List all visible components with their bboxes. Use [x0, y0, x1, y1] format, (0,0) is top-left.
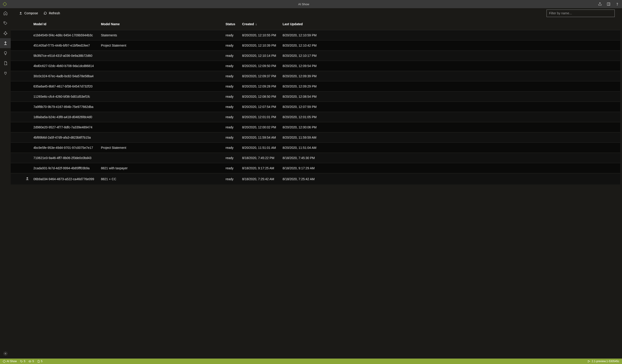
help-icon[interactable] [615, 2, 619, 6]
table-row[interactable]: 7a9f8b70-9b79-4167-894b-75e977662dbaread… [11, 102, 620, 112]
table-row[interactable]: 30c0c324-67ec-4adb-bc82-54a578e58ba4read… [11, 71, 620, 81]
row-icon-cell [11, 112, 33, 122]
row-icon-cell [11, 153, 33, 163]
cell-status: ready [223, 61, 239, 71]
row-icon-cell [11, 71, 33, 81]
cell-name [98, 122, 223, 132]
cell-status: ready [223, 132, 239, 143]
cell-name [98, 153, 223, 163]
cell-id: 451405af-f775-444b-bf97-e1bf9ed1fee7 [33, 40, 98, 51]
cell-created: 8/18/2020, 9:17:25 AM [239, 163, 280, 173]
cell-status: ready [223, 30, 239, 40]
cell-status: ready [223, 91, 239, 102]
th-model-name[interactable]: Model Name [98, 18, 223, 30]
sidebar-item-compose[interactable] [0, 38, 11, 48]
cell-updated: 8/20/2020, 12:09:39 PM [280, 71, 620, 81]
cell-name: Project Statement [98, 40, 223, 51]
sidebar-item-lightbulb[interactable] [0, 48, 11, 58]
cell-name: 8821 with taxpayer [98, 163, 223, 173]
cell-status: ready [223, 51, 239, 61]
status-docs[interactable]: 5 [37, 360, 42, 363]
sidebar-item-home[interactable] [0, 8, 11, 18]
cell-created: 8/20/2020, 12:07:54 PM [239, 102, 280, 112]
cell-created: 8/20/2020, 12:08:50 PM [239, 91, 280, 102]
sidebar-item-settings[interactable] [0, 348, 11, 359]
main-panel: Compose Refresh Model Id Model Name [11, 8, 622, 359]
compose-label: Compose [24, 11, 38, 15]
cell-status: ready [223, 112, 239, 122]
table-row[interactable]: 4bd0c627-02dc-4b60-b708-9da1dcd86814read… [11, 61, 620, 71]
cell-name [98, 102, 223, 112]
svg-point-4 [4, 22, 4, 23]
cell-created: 8/20/2020, 12:09:28 PM [239, 81, 280, 91]
filter-input[interactable] [546, 10, 615, 17]
share-icon[interactable] [598, 2, 602, 6]
models-table: Model Id Model Name Status Created↓ Last… [11, 18, 620, 184]
table-row[interactable]: e1b84549-5f4c-4d8c-9454-1709b5944b3cStat… [11, 30, 620, 40]
cell-created: 8/20/2020, 11:51:01 AM [239, 143, 280, 153]
cell-id: 4bf89b6d-2a5f-47d9-afa3-d823b8f7b15a [33, 132, 98, 143]
cell-id: 2d980e20-9527-4f77-8dfc-7a339e489474 [33, 122, 98, 132]
cell-created: 8/20/2020, 12:00:02 PM [239, 122, 280, 132]
cell-created: 8/20/2020, 11:59:54 AM [239, 132, 280, 143]
table-row[interactable]: 4bc9e5fe-953e-49d4-9701-97c0075e7e17Proj… [11, 143, 620, 153]
row-icon-cell [11, 132, 33, 143]
cell-updated: 8/20/2020, 11:59:59 AM [280, 132, 620, 143]
row-icon-cell [11, 30, 33, 40]
cell-id: 4bc9e5fe-953e-49d4-9701-97c0075e7e17 [33, 143, 98, 153]
row-icon-cell [11, 122, 33, 132]
svg-point-9 [5, 353, 6, 354]
cell-status: ready [223, 81, 239, 91]
cell-updated: 8/20/2020, 12:10:42 PM [280, 40, 620, 51]
th-model-id[interactable]: Model Id [33, 18, 98, 30]
cell-id: 710621e3-9a46-4ff7-8b06-2f3de0c0bd43 [33, 153, 98, 163]
cell-status: ready [223, 143, 239, 153]
row-icon-cell [11, 91, 33, 102]
sidebar-item-network[interactable] [0, 28, 11, 38]
cell-created: 8/20/2020, 12:09:37 PM [239, 71, 280, 81]
th-created[interactable]: Created↓ [239, 18, 280, 30]
status-tags[interactable]: 5 [20, 360, 25, 363]
table-row[interactable]: 2cada931-fe7d-4d2f-9994-4b85fff03b9a8821… [11, 163, 620, 173]
cell-id: 635a6a45-8b87-4617-bf38-64547d732f20 [33, 81, 98, 91]
table-row[interactable]: 9b3fd7ce-e51d-431f-a036-0e9a38b72d60read… [11, 51, 620, 61]
row-icon-cell [11, 40, 33, 51]
models-table-container[interactable]: Model Id Model Name Status Created↓ Last… [11, 18, 620, 359]
status-views[interactable]: 5 [28, 360, 34, 363]
th-last-updated[interactable]: Last Updated [280, 18, 620, 30]
th-status[interactable]: Status [223, 18, 239, 30]
table-row[interactable]: 4bf89b6d-2a5f-47d9-afa3-d823b8f7b15aread… [11, 132, 620, 143]
cell-updated: 8/20/2020, 12:01:05 PM [280, 112, 620, 122]
compose-button[interactable]: Compose [18, 10, 39, 16]
table-row[interactable]: 451405af-f775-444b-bf97-e1bf9ed1fee7Proj… [11, 40, 620, 51]
sidebar-item-document[interactable] [0, 58, 11, 68]
app-logo-icon [3, 2, 7, 6]
cell-updated: 8/20/2020, 12:07:59 PM [280, 102, 620, 112]
svg-point-7 [6, 33, 7, 34]
table-row[interactable]: 1d8aba5a-b24c-43f8-a418-d04826fdc4d0read… [11, 112, 620, 122]
status-version[interactable]: 2.1-preview.1-530545c [587, 360, 619, 363]
th-icon [11, 18, 33, 30]
table-row[interactable]: 06b9a034-9464-4873-a522-ca46d776e0998821… [11, 173, 620, 185]
table-row[interactable]: 11265e6c-cfc4-4260-bf36-5d01d53ef1fcread… [11, 91, 620, 102]
table-row[interactable]: 635a6a45-8b87-4617-bf38-64547d732f20read… [11, 81, 620, 91]
table-row[interactable]: 2d980e20-9527-4f77-8dfc-7a339e489474read… [11, 122, 620, 132]
window-title: AI Show [10, 2, 598, 6]
cell-name [98, 71, 223, 81]
table-row[interactable]: 710621e3-9a46-4ff7-8b06-2f3de0c0bd43read… [11, 153, 620, 163]
cell-id: 2cada931-fe7d-4d2f-9994-4b85fff03b9a [33, 163, 98, 173]
cell-created: 8/20/2020, 12:01:01 PM [239, 112, 280, 122]
cell-updated: 8/18/2020, 7:25:42 AM [280, 173, 620, 185]
row-icon-cell [11, 102, 33, 112]
status-project[interactable]: AI Show [3, 360, 17, 363]
cell-updated: 8/20/2020, 12:00:06 PM [280, 122, 620, 132]
row-icon-cell [11, 143, 33, 153]
svg-point-12 [588, 360, 588, 361]
cell-name [98, 132, 223, 143]
sidebar-item-tags[interactable] [0, 18, 11, 28]
cell-name [98, 112, 223, 122]
panel-icon[interactable] [606, 2, 611, 6]
refresh-button[interactable]: Refresh [42, 10, 61, 16]
sidebar-item-plug[interactable] [0, 68, 11, 78]
cell-updated: 8/20/2020, 12:09:54 PM [280, 61, 620, 71]
